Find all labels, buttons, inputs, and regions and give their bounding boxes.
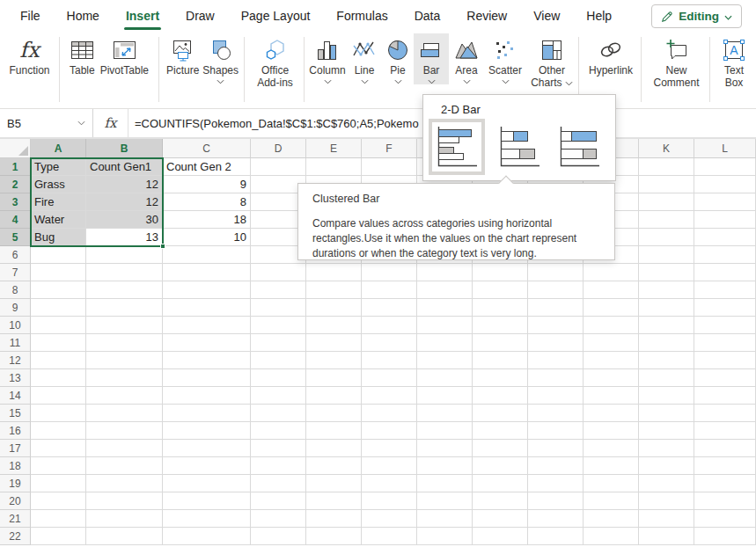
cell-L14[interactable]: [694, 387, 756, 405]
row-header-7[interactable]: 7: [0, 264, 31, 281]
cell-K20[interactable]: [639, 492, 694, 510]
cell-E8[interactable]: [306, 281, 362, 299]
cell-A1[interactable]: Type: [31, 158, 86, 176]
cell-C6[interactable]: [163, 246, 251, 264]
row-header-6[interactable]: 6: [0, 246, 31, 264]
cell-G22[interactable]: [417, 528, 473, 545]
tab-page-layout[interactable]: Page Layout: [228, 1, 324, 31]
cell-H12[interactable]: [473, 352, 528, 369]
cell-F22[interactable]: [362, 528, 417, 545]
cell-K5[interactable]: [639, 229, 694, 246]
cell-E20[interactable]: [306, 492, 362, 510]
cell-L16[interactable]: [694, 422, 756, 440]
cell-I21[interactable]: [528, 510, 584, 528]
cell-G15[interactable]: [417, 405, 473, 422]
cell-G18[interactable]: [417, 457, 473, 475]
cell-A9[interactable]: [31, 299, 86, 317]
office-add-ins-button[interactable]: Office Add-ins: [251, 33, 300, 89]
cell-H18[interactable]: [473, 457, 528, 475]
row-header-5[interactable]: 5: [0, 229, 31, 246]
cell-I17[interactable]: [528, 440, 584, 457]
cell-G8[interactable]: [417, 281, 473, 299]
cell-B16[interactable]: [86, 422, 163, 440]
cell-F11[interactable]: [362, 334, 417, 352]
cell-C12[interactable]: [163, 352, 251, 369]
cell-B6[interactable]: [86, 246, 163, 264]
cell-B17[interactable]: [86, 440, 163, 457]
cell-D22[interactable]: [251, 528, 306, 545]
scatter-chart-button[interactable]: Scatter: [484, 33, 526, 84]
cell-G21[interactable]: [417, 510, 473, 528]
cell-F13[interactable]: [362, 369, 417, 387]
cell-J8[interactable]: [584, 281, 639, 299]
cell-C10[interactable]: [163, 317, 251, 334]
cell-B2[interactable]: 12: [86, 176, 163, 193]
cell-A7[interactable]: [31, 264, 86, 281]
cell-J14[interactable]: [584, 387, 639, 405]
cell-I9[interactable]: [528, 299, 584, 317]
area-chart-button[interactable]: Area: [449, 33, 484, 84]
cell-L17[interactable]: [694, 440, 756, 457]
cell-E19[interactable]: [306, 475, 362, 492]
cell-K8[interactable]: [639, 281, 694, 299]
cell-E7[interactable]: [306, 264, 362, 281]
cell-B21[interactable]: [86, 510, 163, 528]
cell-K4[interactable]: [639, 211, 694, 229]
cell-K2[interactable]: [639, 176, 694, 193]
cell-K6[interactable]: [639, 246, 694, 264]
cell-H9[interactable]: [473, 299, 528, 317]
cell-A16[interactable]: [31, 422, 86, 440]
cell-H16[interactable]: [473, 422, 528, 440]
cell-C7[interactable]: [163, 264, 251, 281]
cell-E17[interactable]: [306, 440, 362, 457]
cell-J7[interactable]: [584, 264, 639, 281]
cell-A8[interactable]: [31, 281, 86, 299]
cell-C20[interactable]: [163, 492, 251, 510]
cell-C3[interactable]: 8: [163, 193, 251, 211]
chart-type-100-stacked-bar[interactable]: [551, 119, 607, 175]
cell-F21[interactable]: [362, 510, 417, 528]
cell-I18[interactable]: [528, 457, 584, 475]
cell-I16[interactable]: [528, 422, 584, 440]
cell-A20[interactable]: [31, 492, 86, 510]
cell-K13[interactable]: [639, 369, 694, 387]
cell-K14[interactable]: [639, 387, 694, 405]
cell-D7[interactable]: [251, 264, 306, 281]
cell-I15[interactable]: [528, 405, 584, 422]
select-all-corner[interactable]: [0, 139, 31, 158]
cell-D15[interactable]: [251, 405, 306, 422]
row-header-13[interactable]: 13: [0, 369, 31, 387]
cell-A17[interactable]: [31, 440, 86, 457]
cell-B4[interactable]: 30: [86, 211, 163, 229]
cell-B15[interactable]: [86, 405, 163, 422]
cell-C5[interactable]: 10: [163, 229, 251, 246]
cell-D10[interactable]: [251, 317, 306, 334]
cell-I12[interactable]: [528, 352, 584, 369]
tab-formulas[interactable]: Formulas: [323, 1, 400, 31]
cell-J9[interactable]: [584, 299, 639, 317]
cell-H11[interactable]: [473, 334, 528, 352]
cell-L1[interactable]: [694, 158, 756, 176]
cell-E9[interactable]: [306, 299, 362, 317]
function-button[interactable]: fx Function: [9, 33, 49, 77]
cell-B20[interactable]: [86, 492, 163, 510]
cell-A14[interactable]: [31, 387, 86, 405]
cell-J18[interactable]: [584, 457, 639, 475]
editing-mode-button[interactable]: Editing: [651, 4, 742, 28]
cell-H17[interactable]: [473, 440, 528, 457]
cell-A21[interactable]: [31, 510, 86, 528]
row-header-11[interactable]: 11: [0, 334, 31, 352]
new-comment-button[interactable]: New Comment: [650, 33, 704, 89]
cell-A22[interactable]: [31, 528, 86, 545]
cell-D11[interactable]: [251, 334, 306, 352]
cell-A19[interactable]: [31, 475, 86, 492]
cell-L10[interactable]: [694, 317, 756, 334]
cell-H13[interactable]: [473, 369, 528, 387]
cell-C22[interactable]: [163, 528, 251, 545]
cell-C17[interactable]: [163, 440, 251, 457]
row-header-20[interactable]: 20: [0, 492, 31, 510]
cell-I7[interactable]: [528, 264, 584, 281]
tab-view[interactable]: View: [520, 1, 573, 31]
cell-K9[interactable]: [639, 299, 694, 317]
cell-E11[interactable]: [306, 334, 362, 352]
